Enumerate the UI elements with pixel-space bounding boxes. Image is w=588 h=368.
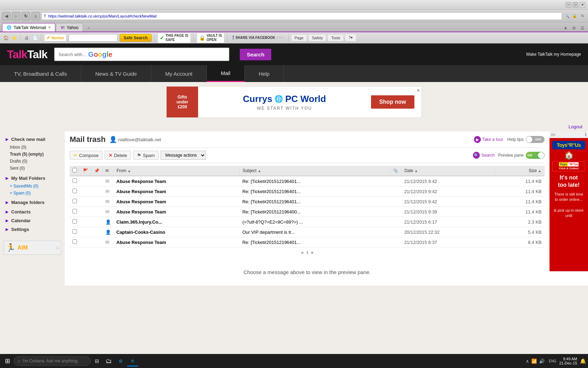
compose-btn[interactable]: ✏ Compose: [70, 151, 103, 160]
shop-now-btn[interactable]: Shop now: [371, 95, 414, 109]
refresh-btn[interactable]: ↻: [22, 12, 30, 20]
row-from[interactable]: Captain-Cooks-Casino: [114, 227, 240, 237]
sidebar-contacts[interactable]: ▶ Contacts: [0, 207, 65, 216]
ie-icon[interactable]: e: [115, 355, 126, 367]
help-menu-btn[interactable]: ?▾: [345, 34, 356, 41]
sidebar-trash[interactable]: Trash (5) (empty): [0, 151, 65, 158]
spam-btn[interactable]: ⚑ Spam: [133, 151, 159, 160]
row-from[interactable]: Abuse Response Team: [114, 186, 240, 197]
row-checkbox[interactable]: [72, 199, 77, 203]
table-row[interactable]: 👤 Captain-Cooks-Casino Our VIP departmen…: [70, 227, 545, 237]
tt-search-button[interactable]: Search: [240, 49, 271, 60]
row-subject[interactable]: Re: [Ticket#201512196401...: [239, 186, 390, 197]
volume-icon[interactable]: 🔊: [539, 359, 545, 364]
maximize-btn[interactable]: □: [573, 2, 578, 8]
row-from[interactable]: Abuse Response Team: [114, 207, 240, 217]
new-tab-btn[interactable]: +: [85, 25, 92, 32]
explorer-icon[interactable]: 🗂: [103, 355, 114, 367]
search-nav-icon[interactable]: 🔍: [564, 13, 570, 20]
notification-btn[interactable]: 🔔: [580, 358, 586, 364]
tab-talktalk[interactable]: 🌐 TalkTalk Webmail ✕: [2, 23, 55, 32]
table-row[interactable]: ✉ Abuse Response Team Re: [Ticket#201512…: [70, 197, 545, 207]
ad-info-icon[interactable]: ℹ: [585, 132, 587, 137]
logout-link[interactable]: Logout: [568, 124, 582, 129]
take-tour-btn[interactable]: ▶ Take a tour: [474, 136, 503, 143]
table-row[interactable]: ✉ Abuse Response Team Re: [Ticket#201512…: [70, 237, 545, 247]
delete-btn[interactable]: ✕ Delete: [105, 151, 131, 160]
sidebar-my-mail-folders[interactable]: ▶ My Mail Folders: [0, 174, 65, 183]
start-button[interactable]: ⊞: [2, 356, 13, 366]
tools-menu-btn[interactable]: Tools: [328, 35, 343, 41]
tab-talktalk-close[interactable]: ✕: [48, 26, 51, 29]
cortana-bar[interactable]: ○ I'm Cortana. Ask me anything.: [14, 356, 91, 366]
refresh-nav-icon[interactable]: ↻: [579, 13, 586, 20]
row-subject[interactable]: Re: [Ticket#201512196401...: [239, 237, 390, 247]
col-checkbox[interactable]: [70, 166, 80, 176]
row-checkbox[interactable]: [72, 229, 77, 234]
tools-icon[interactable]: ☰: [579, 25, 586, 32]
row-from[interactable]: Claim.365.Injury.Co...: [114, 217, 240, 227]
favorites-icon[interactable]: ★: [562, 25, 569, 32]
page-menu-btn[interactable]: Page: [292, 35, 307, 41]
col-from[interactable]: From ▲: [114, 166, 240, 176]
row-checkbox-cell[interactable]: [70, 217, 80, 227]
row-subject[interactable]: Re: [Ticket#201512196401...: [239, 176, 390, 186]
help-tips-toggle[interactable]: OFF: [526, 136, 545, 143]
toolbar-icon-4[interactable]: 📄: [32, 34, 38, 41]
ie-active-icon[interactable]: e: [127, 355, 138, 367]
table-row[interactable]: 👤 Claim.365.Injury.Co... (=?utf-8?Q?=E2=…: [70, 217, 545, 227]
tab-yahoo[interactable]: Y! Yahoo: [56, 23, 83, 32]
row-checkbox-cell[interactable]: [70, 197, 80, 207]
address-bar[interactable]: T https://webmail.talktalk.co.uk/cp/ps/M…: [41, 12, 562, 20]
row-subject[interactable]: (=?utf-8?Q?=E2=9C=89?=) ...: [239, 217, 390, 227]
sidebar-check-new-mail[interactable]: ▶ Check new mail: [0, 135, 65, 144]
sidebar-calendar[interactable]: ▶ Calendar: [0, 216, 65, 225]
row-checkbox[interactable]: [72, 178, 77, 183]
sidebar-sent[interactable]: Sent (0): [0, 165, 65, 172]
settings-gear-icon[interactable]: ⚙: [570, 25, 578, 32]
tt-search-input[interactable]: [112, 52, 225, 57]
row-from[interactable]: Abuse Response Team: [114, 197, 240, 207]
sidebar-inbox[interactable]: Inbox (0): [0, 144, 65, 151]
nav-news-tv[interactable]: News & TV Guide: [81, 65, 151, 82]
aim-banner[interactable]: 🏃 AIM □: [4, 241, 61, 255]
table-row[interactable]: ✉ Abuse Response Team Re: [Ticket#201512…: [70, 176, 545, 186]
minimize-btn[interactable]: ─: [566, 2, 571, 8]
sidebar-settings[interactable]: ▶ Settings: [0, 225, 65, 234]
row-checkbox-cell[interactable]: [70, 176, 80, 186]
row-checkbox[interactable]: [72, 219, 77, 224]
row-checkbox[interactable]: [72, 209, 77, 213]
message-actions-select[interactable]: Message actions: [161, 151, 206, 160]
ad-close-icon[interactable]: ✕: [416, 88, 420, 93]
row-subject[interactable]: Re: [Ticket#201512196400...: [239, 207, 390, 217]
chevron-up-icon[interactable]: ∧: [526, 359, 529, 364]
nav-my-account[interactable]: My Account: [151, 65, 207, 82]
row-checkbox[interactable]: [72, 239, 77, 244]
nav-help[interactable]: Help: [245, 65, 284, 82]
row-checkbox-cell[interactable]: [70, 207, 80, 217]
facebook-share[interactable]: f SHARE VIA FACEBOOK • • •: [230, 34, 285, 42]
close-btn[interactable]: ✕: [580, 2, 585, 8]
table-row[interactable]: ✉ Abuse Response Team Re: [Ticket#201512…: [70, 186, 545, 197]
row-subject[interactable]: Re: [Ticket#201512196401...: [239, 197, 390, 207]
col-date[interactable]: Date ▲: [401, 166, 495, 176]
select-all-checkbox[interactable]: [72, 168, 77, 172]
toolbar-icon-3[interactable]: 🖨: [23, 34, 30, 41]
table-row[interactable]: ✉ Abuse Response Team Re: [Ticket#201512…: [70, 207, 545, 217]
mail-search-btn[interactable]: 🔍 Search: [473, 152, 495, 159]
forward-btn[interactable]: ▶: [12, 12, 20, 20]
row-checkbox-cell[interactable]: [70, 227, 80, 237]
back-btn[interactable]: ◀: [2, 12, 10, 20]
task-view-btn[interactable]: ⊟: [91, 355, 103, 367]
col-size[interactable]: Size ▲: [495, 166, 545, 176]
sidebar-saved-ims[interactable]: + SavedIMs (0): [0, 183, 65, 190]
norton-search-input[interactable]: [69, 34, 118, 42]
row-from[interactable]: Abuse Response Team: [114, 237, 240, 247]
nav-mail[interactable]: Mail: [207, 65, 245, 82]
row-subject[interactable]: Our VIP department is tr...: [239, 227, 390, 237]
col-subject[interactable]: Subject ▲: [239, 166, 390, 176]
row-checkbox-cell[interactable]: [70, 237, 80, 247]
sidebar-spam[interactable]: + Spam (0): [0, 190, 65, 197]
row-checkbox-cell[interactable]: [70, 186, 80, 197]
safety-menu-btn[interactable]: Safety: [309, 35, 326, 41]
